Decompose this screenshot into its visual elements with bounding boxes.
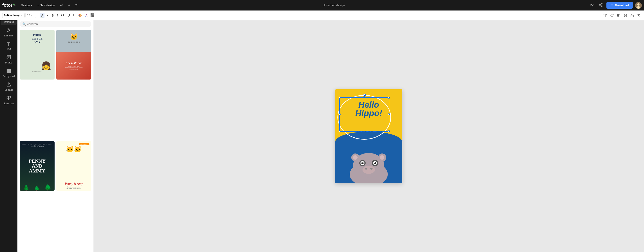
- uploads-icon: [6, 82, 11, 88]
- tmpl-1-character: 👧: [41, 61, 51, 71]
- text-label: Text: [7, 48, 11, 50]
- sidebar-item-extension[interactable]: Extension: [1, 94, 16, 107]
- svg-rect-29: [7, 98, 8, 100]
- chevron-down-icon: ▾: [31, 4, 32, 6]
- underline-icon: U: [68, 14, 70, 17]
- history-icon: ⟳: [75, 3, 78, 7]
- background-icon: [6, 68, 11, 74]
- tmpl-2-author: by Isaac Scott: [70, 69, 78, 70]
- templates-panel: Book Cover 🔍 POORLITTLEAMY Grace Baker 👧…: [18, 10, 94, 126]
- uploads-label: Uploads: [5, 89, 13, 91]
- redo-icon: ↪: [67, 3, 70, 7]
- search-icon: 🔍: [22, 22, 26, 26]
- undo-icon: ↩: [60, 3, 63, 7]
- chevron-down-icon: ▾: [20, 14, 22, 16]
- design-label: Design: [21, 3, 30, 7]
- italic-button[interactable]: I: [56, 13, 59, 18]
- toolbar-divider-1: [38, 13, 38, 18]
- canvas-area: ↻ Hello Hippo! Written by Aaliyah S. Per…: [94, 20, 322, 126]
- search-input[interactable]: [27, 22, 88, 26]
- text-effect-icon: A: [85, 14, 88, 17]
- tmpl-2-title: The Little Cat: [66, 61, 82, 65]
- elements-icon: [6, 28, 11, 34]
- letter-spacing-icon: AA: [61, 14, 64, 17]
- search-bar: 🔍: [20, 21, 91, 27]
- font-size-dropdown[interactable]: 14 ▾: [26, 13, 36, 18]
- chevron-down-icon: ▾: [31, 14, 32, 16]
- svg-rect-25: [7, 69, 11, 73]
- text-color-icon: A: [41, 14, 44, 17]
- text-color-button[interactable]: A: [40, 13, 44, 18]
- extension-label: Extension: [4, 102, 14, 105]
- font-size-value: 14: [27, 14, 30, 17]
- svg-rect-27: [7, 96, 8, 98]
- redo-button[interactable]: ↪: [66, 2, 72, 8]
- sidebar-item-elements[interactable]: Elements: [1, 26, 16, 39]
- sidebar-item-text[interactable]: T Text: [1, 39, 16, 52]
- bold-button[interactable]: B: [50, 13, 55, 18]
- elements-label: Elements: [4, 34, 14, 37]
- text-align-button[interactable]: ≡: [46, 13, 50, 18]
- header: fotor ® Design ▾ + New design ↩ ↪ ⟳ Unna…: [0, 0, 322, 10]
- font-family-value: Folks-Heavy: [4, 14, 20, 17]
- text-icon: T: [7, 41, 10, 47]
- font-family-dropdown[interactable]: Folks-Heavy ▾: [2, 13, 24, 18]
- sidebar-item-uploads[interactable]: Uploads: [1, 80, 16, 93]
- photos-label: Photos: [5, 61, 12, 64]
- sidebar: Templates Elements T Text Photos Backgro…: [0, 10, 18, 126]
- photos-icon: [6, 55, 11, 61]
- tmpl-1-title: POORLITTLEAMY: [32, 33, 42, 44]
- tmpl-1-author: Grace Baker: [32, 71, 42, 73]
- design-dropdown-button[interactable]: Design ▾: [19, 3, 34, 8]
- svg-rect-10: [90, 13, 94, 17]
- underline-button[interactable]: U: [66, 13, 71, 18]
- svg-point-22: [8, 29, 10, 31]
- new-design-label: + New design: [37, 3, 55, 7]
- sidebar-item-background[interactable]: Background: [1, 67, 16, 79]
- svg-rect-28: [9, 96, 10, 98]
- history-button[interactable]: ⟳: [73, 2, 79, 8]
- text-spacing-icon: I|I: [73, 14, 75, 17]
- logo-text: fotor: [2, 3, 12, 8]
- tmpl-2-guide: GUIDE BOOK: [68, 41, 80, 43]
- extension-icon: [6, 96, 11, 102]
- background-label: Background: [3, 75, 14, 77]
- template-card-little-cat[interactable]: GUIDE BOOK 🐱 The Little Cat An interesti…: [56, 30, 91, 79]
- color-picker-icon: 🎨: [78, 14, 82, 17]
- bold-icon: B: [52, 14, 54, 17]
- italic-icon: I: [57, 14, 58, 17]
- opacity-button[interactable]: [90, 12, 95, 18]
- template-card-poor-little-amy[interactable]: POORLITTLEAMY Grace Baker 👧: [20, 30, 54, 79]
- text-spacing-button[interactable]: I|I: [72, 13, 76, 18]
- svg-point-24: [8, 56, 8, 57]
- tmpl-2-cat-icon: 🐱: [70, 33, 78, 40]
- templates-grid: POORLITTLEAMY Grace Baker 👧 GUIDE BOOK 🐱…: [18, 28, 94, 126]
- align-icon: ≡: [46, 14, 48, 17]
- tmpl-2-subtitle: An interesting storyabout a little cat a…: [64, 66, 83, 68]
- logo[interactable]: fotor ®: [2, 3, 16, 8]
- text-color-swatch: [41, 17, 44, 17]
- text-effect-button[interactable]: A: [84, 13, 88, 18]
- formatting-toolbar: Folks-Heavy ▾ 14 ▾ A ≡ B I AA U I|I 🎨 A: [0, 10, 322, 20]
- letter-spacing-button[interactable]: AA: [60, 13, 66, 18]
- design-name: Unnamed design: [81, 3, 322, 7]
- new-design-button[interactable]: + New design: [36, 3, 57, 8]
- sidebar-item-photos[interactable]: Photos: [1, 53, 16, 66]
- opacity-icon: [90, 13, 94, 17]
- templates-label: Templates: [4, 21, 14, 23]
- undo-button[interactable]: ↩: [58, 2, 64, 8]
- color-picker-button[interactable]: 🎨: [77, 13, 83, 18]
